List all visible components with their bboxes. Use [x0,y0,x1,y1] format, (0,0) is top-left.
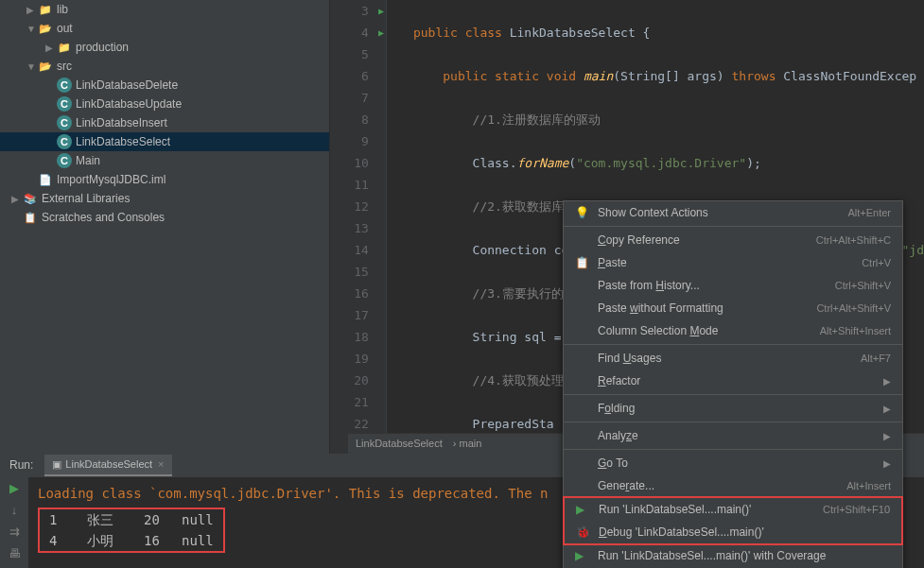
tree-file[interactable]: CLinkDatabaseUpdate [0,95,329,113]
scratch-icon: 📋 [23,210,38,225]
console-result-highlight: 1张三20null 4小明16null [38,508,225,553]
menu-generate[interactable]: Generate...Alt+Insert [564,474,902,497]
run-gutter-icon[interactable]: ▶ [378,0,384,22]
project-tree[interactable]: ▶📁lib ▼📂out ▶📁production ▼📂src CLinkData… [0,0,330,454]
tree-label: LinkDatabseInsert [76,116,167,129]
tree-folder-out[interactable]: ▼📂out [0,19,329,38]
folder-icon: 📂 [38,21,53,36]
tree-label: ImportMysqlJDBC.iml [57,173,166,186]
java-class-icon: C [57,153,72,168]
folder-icon: 📁 [57,40,72,55]
debug-icon: 🐞 [576,525,593,539]
bulb-icon: 💡 [575,206,592,219]
run-toolbar: ▶ ↓ ⇉ 🖶 [0,477,28,568]
chevron-right-icon: ▶ [11,194,23,204]
menu-column-selection[interactable]: Column Selection ModeAlt+Shift+Insert [564,319,902,342]
tree-label: lib [57,3,68,16]
menu-show-context-actions[interactable]: 💡Show Context ActionsAlt+Enter [564,201,902,224]
java-class-icon: C [57,96,72,112]
tree-scratches[interactable]: 📋Scratches and Consoles [0,208,329,227]
menu-analyze[interactable]: Analyze▶ [564,424,902,447]
tree-label: LinkDatabaseUpdate [76,97,182,111]
menu-goto[interactable]: Go To▶ [564,452,902,474]
stop-icon[interactable]: ↓ [11,503,18,517]
run-gutter-icon[interactable]: ▶ [378,22,384,43]
line-gutter: 3▶ 4▶ 5678910111213141516171819202122 [330,0,387,454]
breadcrumb-item[interactable]: main [460,438,482,449]
console-row: 4小明16null [49,530,214,551]
tree-label: LinkDatabseSelect [76,135,170,148]
chevron-down-icon: ▼ [26,61,38,72]
menu-find-usages[interactable]: Find UsagesAlt+F7 [564,347,902,370]
file-icon: 📄 [38,172,53,187]
tree-file-selected[interactable]: CLinkDatabseSelect [0,132,329,151]
run-tab[interactable]: ▣LinkDatabseSelect× [44,455,171,476]
tree-label: src [57,60,72,73]
tree-file-iml[interactable]: 📄ImportMysqlJDBC.iml [0,170,329,189]
tree-label: out [57,22,73,35]
tree-folder-lib[interactable]: ▶📁lib [0,0,329,19]
tree-folder-src[interactable]: ▼📂src [0,57,329,76]
java-class-icon: C [57,77,72,93]
tree-label: LinkDatabaseDelete [76,78,178,92]
tree-file[interactable]: CLinkDatabseInsert [0,113,329,132]
context-menu: 💡Show Context ActionsAlt+Enter Copy Refe… [563,200,903,568]
menu-refactor[interactable]: Refactor▶ [564,370,902,392]
chevron-right-icon: ▶ [45,43,57,53]
breadcrumb-item[interactable]: LinkDatabseSelect [356,438,443,449]
library-icon: 📚 [23,191,38,206]
tree-label: External Libraries [42,192,130,205]
menu-run-coverage[interactable]: ▶Run 'LinkDatabseSel....main()' with Cov… [564,544,902,567]
chevron-down-icon: ▼ [26,24,38,34]
menu-debug-main[interactable]: 🐞Debug 'LinkDatabseSel....main()' [565,521,901,543]
menu-folding[interactable]: Folding▶ [564,397,902,420]
menu-run-main[interactable]: ▶Run 'LinkDatabseSel....main()'Ctrl+Shif… [565,498,901,521]
run-icon: ▶ [576,503,593,516]
menu-paste[interactable]: 📋PasteCtrl+V [564,251,902,274]
print-icon[interactable]: 🖶 [9,546,21,560]
close-icon[interactable]: × [158,458,164,470]
folder-icon: 📂 [38,59,53,74]
menu-paste-history[interactable]: Paste from History...Ctrl+Shift+V [564,274,902,297]
tree-external-libraries[interactable]: ▶📚External Libraries [0,189,329,208]
rerun-icon[interactable]: ▶ [9,481,19,495]
tree-folder-production[interactable]: ▶📁production [0,38,329,57]
tree-file[interactable]: CMain [0,151,329,170]
run-label: Run: [9,458,33,472]
run-config-icon: ▣ [52,458,61,471]
coverage-icon: ▶ [575,549,592,562]
run-tab-label: LinkDatabseSelect [65,458,152,470]
java-class-icon: C [57,115,72,130]
settings-icon[interactable]: ⇉ [9,525,20,539]
console-row: 1张三20null [49,509,214,530]
folder-icon: 📁 [38,2,53,17]
tree-file[interactable]: CLinkDatabaseDelete [0,76,329,95]
chevron-right-icon: ▶ [26,5,38,15]
paste-icon: 📋 [575,256,592,269]
tree-label: Main [76,154,100,167]
tree-label: production [76,41,129,54]
java-class-icon: C [57,134,72,149]
menu-copy-reference[interactable]: Copy ReferenceCtrl+Alt+Shift+C [564,229,902,251]
menu-paste-no-format[interactable]: Paste without FormattingCtrl+Alt+Shift+V [564,297,902,319]
tree-label: Scratches and Consoles [42,211,165,224]
